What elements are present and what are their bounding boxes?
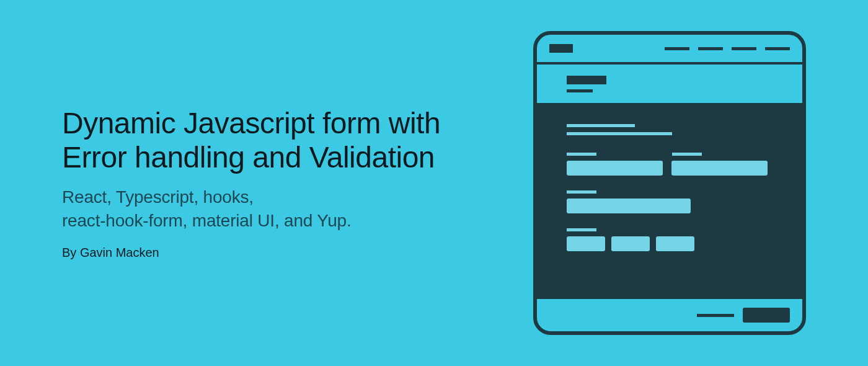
device-header: [537, 62, 802, 105]
field-label-placeholder: [567, 228, 596, 231]
field-label-placeholder: [567, 153, 596, 156]
input-placeholder: [567, 161, 663, 176]
subtitle: React, Typescript, hooks,react-hook-form…: [62, 185, 508, 233]
text-content: Dynamic Javascript form with Error handl…: [62, 106, 533, 261]
nav-link-placeholder: [698, 47, 723, 50]
submit-button-placeholder: [743, 308, 790, 323]
device-frame: [533, 31, 806, 335]
input-row: [567, 161, 773, 176]
input-placeholder: [567, 199, 691, 213]
device-body: [537, 105, 802, 299]
field-label-placeholder: [672, 153, 702, 156]
form-illustration: [533, 31, 806, 335]
nav-links: [665, 47, 790, 50]
page-title: Dynamic Javascript form with Error handl…: [62, 106, 508, 174]
text-line-placeholder: [567, 132, 672, 135]
button-placeholder: [656, 236, 694, 251]
header-subtitle-placeholder: [567, 89, 593, 92]
button-placeholder: [567, 236, 605, 251]
button-placeholder: [611, 236, 650, 251]
button-row: [567, 236, 773, 251]
logo-placeholder: [549, 44, 573, 53]
header-title-placeholder: [567, 76, 606, 84]
nav-link-placeholder: [765, 47, 790, 50]
device-navbar: [537, 35, 802, 62]
nav-link-placeholder: [732, 47, 756, 50]
nav-link-placeholder: [665, 47, 689, 50]
device-footer: [537, 299, 802, 331]
field-label-placeholder: [567, 190, 596, 194]
input-placeholder: [671, 161, 768, 176]
text-line-placeholder: [567, 124, 635, 127]
byline: By Gavin Macken: [62, 246, 508, 260]
footer-text-placeholder: [697, 314, 734, 317]
label-row: [567, 153, 773, 156]
